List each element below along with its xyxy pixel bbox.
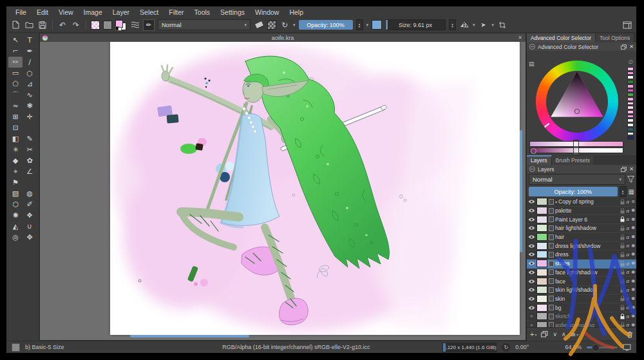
inherit-alpha-icon[interactable] [549, 287, 554, 293]
layer-style-icon[interactable]: ✽ [631, 243, 635, 249]
layer-row-skin-light-shadow[interactable]: skin light/shadowα✽ [527, 286, 636, 295]
layer-row-hair-light-shadow[interactable]: hair light/shadowα✽ [527, 224, 636, 233]
tool-rectangle[interactable]: ▭ [8, 68, 23, 79]
menu-filter[interactable]: Filter [164, 8, 189, 17]
layer-visible-icon[interactable] [528, 243, 535, 249]
layer-thumbnail[interactable] [536, 269, 547, 276]
tool-dynamic-brush[interactable]: ≈ [8, 100, 23, 111]
layer-row-skin[interactable]: skinα✽ [527, 295, 636, 304]
open-document-icon[interactable] [24, 20, 34, 30]
canvas-scroll-area[interactable] [40, 42, 526, 340]
tool-gradient[interactable]: ◧ [8, 133, 23, 144]
menu-help[interactable]: Help [284, 8, 308, 17]
layer-lock-icon[interactable] [620, 296, 625, 301]
layer-visible-icon[interactable] [528, 234, 535, 240]
layer-style-icon[interactable]: ✽ [631, 252, 635, 257]
layer-style-icon[interactable]: ✽ [631, 217, 635, 222]
tab-tool-options[interactable]: Tool Options [596, 33, 634, 43]
close-docker-icon[interactable]: ✕ [629, 166, 634, 172]
layer-lock-icon[interactable] [620, 216, 625, 222]
layer-thumbnail[interactable] [536, 233, 547, 241]
reload-preset-icon[interactable]: ↻ [279, 20, 290, 30]
collapse-icon[interactable] [529, 44, 535, 50]
undo-icon[interactable]: ↶ [57, 20, 68, 30]
tool-elliptical-select[interactable]: ◍ [23, 188, 37, 199]
layer-thumbnail[interactable] [536, 251, 547, 258]
layer-thumbnail[interactable] [536, 198, 547, 205]
selector-settings-icon[interactable]: ▤ [529, 61, 535, 67]
swap-colors-icon[interactable] [118, 27, 122, 31]
acs-docker-header[interactable]: Advanced Color Selector ✕ [527, 43, 636, 51]
canvas[interactable] [110, 42, 520, 335]
vertical-scrollbar[interactable] [520, 130, 522, 252]
zoom-slider[interactable] [587, 346, 618, 348]
history-swatch-13[interactable] [627, 123, 634, 127]
layer-visible-icon[interactable] [528, 279, 535, 284]
tool-ellipse[interactable]: ○ [23, 68, 37, 79]
tool-pattern-edit[interactable]: ✳ [8, 144, 23, 155]
layer-lock-icon[interactable] [620, 287, 625, 293]
layer-thumbnail[interactable] [536, 216, 547, 223]
alpha-lock-icon[interactable]: α [627, 216, 630, 222]
preserve-alpha-icon[interactable] [267, 21, 276, 30]
menu-view[interactable]: View [53, 8, 79, 17]
layer-lock-icon[interactable] [620, 269, 625, 275]
layer-hidden-icon[interactable] [528, 323, 535, 327]
tool-contiguous-select[interactable]: ✺ [8, 210, 23, 221]
layer-style-icon[interactable]: ✽ [631, 314, 635, 319]
layer-style-icon[interactable]: ✽ [631, 261, 635, 266]
history-swatch-7[interactable] [627, 97, 634, 101]
layer-thumbnail[interactable] [536, 242, 547, 250]
layers-docker-header[interactable]: Layers ✕ [527, 165, 636, 173]
tool-pan[interactable]: ✥ [23, 232, 37, 243]
layer-thumbnail[interactable] [536, 278, 547, 285]
history-swatch-2[interactable] [627, 75, 634, 79]
layer-lock-icon[interactable] [620, 252, 625, 258]
add-layer-button[interactable]: +▾ [530, 330, 536, 338]
trim-icon[interactable] [497, 20, 507, 30]
inherit-alpha-icon[interactable] [549, 269, 554, 275]
opacity-spinner[interactable]: ▴▾ [356, 19, 363, 30]
layer-view-mode-icon[interactable]: ▦ [629, 188, 634, 195]
layer-visible-icon[interactable] [528, 261, 535, 266]
inherit-alpha-icon[interactable] [549, 225, 554, 231]
menu-select[interactable]: Select [135, 8, 164, 17]
layer-row-face[interactable]: faceα✽ [527, 277, 636, 286]
choose-workspace-icon[interactable] [622, 20, 632, 30]
alpha-lock-icon[interactable]: α [627, 322, 630, 327]
chevron-down-icon[interactable]: ▾ [366, 23, 369, 28]
tool-fill[interactable]: ◆ [8, 155, 23, 166]
menu-window[interactable]: Window [250, 8, 284, 17]
layer-row-face-light-shadow[interactable]: face light/shadowα✽ [527, 269, 636, 278]
inherit-alpha-icon[interactable] [549, 314, 554, 319]
tool-freehand-path[interactable]: ∿ [23, 90, 37, 100]
tab-advanced-color-selector[interactable]: Advanced Color Selector [527, 33, 596, 43]
layer-hidden-icon[interactable] [528, 314, 535, 319]
tool-assistants[interactable]: ⌖ [8, 166, 23, 177]
new-document-icon[interactable] [10, 20, 21, 30]
layer-style-icon[interactable]: ✽ [631, 323, 635, 327]
layer-visible-icon[interactable] [528, 199, 535, 204]
tool-calligraphy[interactable]: ✒ [23, 46, 37, 57]
alpha-lock-icon[interactable]: α [627, 208, 630, 214]
subwindow-titlebar[interactable]: aoife.kra ✕ [40, 33, 526, 42]
history-swatch-5[interactable] [627, 89, 634, 93]
layer-row-paint-layer-6[interactable]: Paint Layer 6α✽ [527, 215, 636, 224]
alpha-lock-icon[interactable]: α [627, 278, 630, 284]
layer-lock-icon[interactable] [620, 278, 625, 284]
group-layer-icon[interactable] [549, 199, 554, 205]
brush-preset-thumbnail[interactable] [12, 343, 20, 352]
alpha-lock-icon[interactable]: α [627, 243, 630, 249]
layer-row-dress[interactable]: dressα✽ [527, 251, 636, 260]
redo-icon[interactable]: ↷ [71, 20, 81, 30]
alpha-lock-icon[interactable]: α [627, 261, 630, 267]
tool-reference-images[interactable]: ⚑ [8, 177, 23, 188]
layer-lock-icon[interactable] [620, 234, 625, 240]
delete-layer-button[interactable] [627, 331, 633, 338]
gradient-swatch[interactable] [103, 21, 112, 30]
history-swatch-4[interactable] [627, 84, 634, 88]
alpha-lock-icon[interactable]: α [627, 314, 630, 319]
history-swatch-1[interactable] [627, 71, 634, 75]
history-swatch-11[interactable] [627, 115, 634, 118]
layer-row-palette[interactable]: paletteα✽ [527, 207, 636, 216]
